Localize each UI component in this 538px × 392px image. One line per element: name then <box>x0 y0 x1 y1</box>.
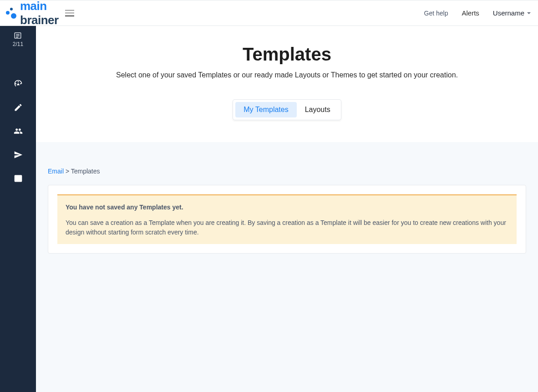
hero: Templates Select one of your saved Templ… <box>36 26 538 142</box>
logo-text: mainbrainer <box>20 0 59 27</box>
alert-body: You can save a creation as a Template wh… <box>66 218 508 238</box>
page-subtitle: Select one of your saved Templates or ou… <box>45 71 529 79</box>
nav-edit[interactable] <box>0 96 36 119</box>
step-label: 2/11 <box>13 41 23 47</box>
topbar-right: Get help Alerts Username <box>424 9 531 17</box>
templates-card: You have not saved any Templates yet. Yo… <box>48 185 526 254</box>
content: Email > Templates You have not saved any… <box>36 142 538 392</box>
topbar-left: mainbrainer <box>5 0 74 27</box>
template-tabs: My Templates Layouts <box>233 99 341 120</box>
sidebar: 2/11 <box>0 26 36 392</box>
username-menu[interactable]: Username <box>493 9 531 17</box>
main-area: Templates Select one of your saved Templ… <box>36 26 538 392</box>
nav-send[interactable] <box>0 143 36 167</box>
chevron-down-icon <box>527 12 531 14</box>
tab-my-templates[interactable]: My Templates <box>235 102 296 117</box>
menu-toggle-icon[interactable] <box>65 10 74 16</box>
tab-layouts[interactable]: Layouts <box>297 102 339 117</box>
send-icon <box>14 150 23 159</box>
dashboard-icon <box>14 79 23 88</box>
pencil-icon <box>14 103 23 112</box>
alert-title: You have not saved any Templates yet. <box>66 204 183 211</box>
logo[interactable]: mainbrainer <box>5 0 59 27</box>
logo-icon <box>5 8 17 19</box>
nav-dashboard[interactable] <box>0 72 36 96</box>
username-label: Username <box>493 9 524 17</box>
alerts-link[interactable]: Alerts <box>462 9 479 17</box>
get-help-link[interactable]: Get help <box>424 10 448 17</box>
nav-contacts[interactable] <box>0 119 36 143</box>
step-indicator[interactable]: 2/11 <box>13 31 23 47</box>
empty-state-alert: You have not saved any Templates yet. Yo… <box>57 194 517 244</box>
breadcrumb: Email > Templates <box>48 168 526 175</box>
people-icon <box>14 127 23 136</box>
breadcrumb-root-link[interactable]: Email <box>48 168 64 175</box>
page-title: Templates <box>45 44 529 65</box>
list-icon <box>13 31 22 40</box>
topbar: mainbrainer Get help Alerts Username <box>0 0 538 26</box>
nav-reports[interactable] <box>0 167 36 190</box>
chart-icon <box>14 174 23 183</box>
